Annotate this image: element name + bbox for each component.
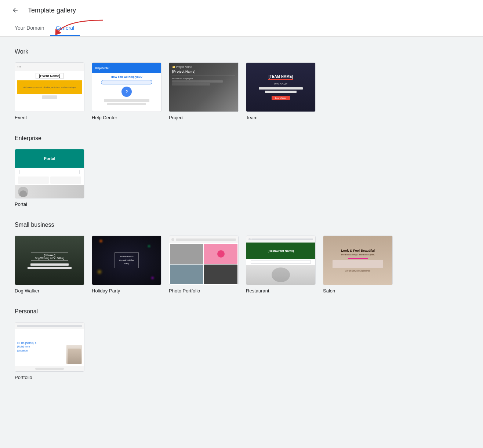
portfolio-greeting-label: Hi, I'm [Name], a[Role] from[Location] xyxy=(17,341,65,353)
section-small-business: Small business [ Name ] Dog Walking & Pe… xyxy=(15,222,426,294)
template-label-help: Help Center xyxy=(92,115,161,120)
template-help-center[interactable]: Help Center How can we help you? ? Help … xyxy=(92,62,161,120)
template-label-restaurant: Restaurant xyxy=(246,288,316,294)
template-label-portal: Portal xyxy=(15,201,84,207)
section-title-personal: Personal xyxy=(15,308,426,315)
template-team[interactable]: [TEAM NAME] WELCOME Learn More Team xyxy=(246,62,316,120)
template-thumb-event[interactable]: ●●● [Event Name] A three-day summit of t… xyxy=(15,62,84,112)
event-sub-label: A three-day summit of talks, activities,… xyxy=(22,86,77,88)
salon-sub-label: The Best Listings. The Best Styles. xyxy=(341,254,375,256)
salon-title-label: Look & Feel Beautiful xyxy=(341,249,375,252)
template-portal[interactable]: Portal Portal xyxy=(15,149,84,207)
dog-name-label: [ Name ] xyxy=(35,254,64,257)
main-content: Work ●●● [Event Name] A three-day summit… xyxy=(0,37,440,407)
event-name-label: [Event Name] xyxy=(36,73,63,79)
template-thumb-restaurant[interactable]: [Restaurant Name] xyxy=(246,236,316,285)
template-thumb-help[interactable]: Help Center How can we help you? ? xyxy=(92,62,161,112)
portal-title-label: Portal xyxy=(44,156,55,161)
small-business-templates-grid: [ Name ] Dog Walking & Pet Sitting Dog W… xyxy=(15,236,426,294)
template-thumb-portal[interactable]: Portal xyxy=(15,149,84,198)
template-holiday-party[interactable]: Join us for ourAnnual HolidayParty Holid… xyxy=(92,236,161,294)
template-event[interactable]: ●●● [Event Name] A three-day summit of t… xyxy=(15,62,84,120)
template-thumb-photo[interactable] xyxy=(169,236,239,285)
template-label-photo: Photo Portfolio xyxy=(169,288,239,294)
section-personal: Personal Hi, I'm [Name], a[Role] from[Lo… xyxy=(15,308,426,380)
tab-general[interactable]: General xyxy=(50,21,80,36)
template-label-dog: Dog Walker xyxy=(15,288,84,294)
section-enterprise: Enterprise Portal xyxy=(15,135,426,207)
template-label-holiday: Holiday Party xyxy=(92,288,161,294)
template-project[interactable]: 📁 Project Name [Project Name] Mission of… xyxy=(169,62,239,120)
help-title: How can we help you? xyxy=(111,75,142,79)
template-label-event: Event xyxy=(15,115,84,120)
template-thumb-dog[interactable]: [ Name ] Dog Walking & Pet Sitting xyxy=(15,236,84,285)
section-title-small-business: Small business xyxy=(15,222,426,228)
personal-templates-grid: Hi, I'm [Name], a[Role] from[Location] xyxy=(15,322,426,380)
template-restaurant[interactable]: [Restaurant Name] Restaurant xyxy=(246,236,316,294)
team-welcome-label: WELCOME xyxy=(274,83,287,85)
tab-your-domain[interactable]: Your Domain xyxy=(9,21,50,36)
tab-bar: Your Domain General xyxy=(9,21,474,36)
template-thumb-salon[interactable]: Look & Feel Beautiful The Best Listings.… xyxy=(323,236,393,285)
salon-desc-label: A Full Service Experience xyxy=(345,270,370,272)
template-label-salon: Salon xyxy=(323,288,393,294)
template-label-project: Project xyxy=(169,115,239,120)
project-name-label: [Project Name] xyxy=(172,70,235,73)
template-thumb-holiday[interactable]: Join us for ourAnnual HolidayParty xyxy=(92,236,161,285)
template-label-portfolio: Portfolio xyxy=(15,375,84,380)
work-templates-grid: ●●● [Event Name] A three-day summit of t… xyxy=(15,62,426,120)
enterprise-templates-grid: Portal Portal xyxy=(15,149,426,207)
template-thumb-project[interactable]: 📁 Project Name [Project Name] Mission of… xyxy=(169,62,239,112)
dog-sub-label: Dog Walking & Pet Sitting xyxy=(35,257,64,259)
template-photo-portfolio[interactable]: Photo Portfolio xyxy=(169,236,239,294)
section-title-work: Work xyxy=(15,48,426,55)
section-title-enterprise: Enterprise xyxy=(15,135,426,142)
holiday-join-label: Join us for ourAnnual HolidayParty xyxy=(119,255,134,266)
template-label-team: Team xyxy=(246,115,316,120)
section-work: Work ●●● [Event Name] A three-day summit… xyxy=(15,48,426,120)
template-thumb-team[interactable]: [TEAM NAME] WELCOME Learn More xyxy=(246,62,316,112)
template-salon[interactable]: Look & Feel Beautiful The Best Listings.… xyxy=(323,236,393,294)
page-title: Template gallery xyxy=(28,7,76,14)
restaurant-name-label: [Restaurant Name] xyxy=(268,249,294,252)
template-dog-walker[interactable]: [ Name ] Dog Walking & Pet Sitting Dog W… xyxy=(15,236,84,294)
team-name-label: [TEAM NAME] xyxy=(268,74,293,80)
template-thumb-portfolio[interactable]: Hi, I'm [Name], a[Role] from[Location] xyxy=(15,322,84,372)
back-button[interactable] xyxy=(9,4,22,17)
template-portfolio[interactable]: Hi, I'm [Name], a[Role] from[Location] xyxy=(15,322,84,380)
